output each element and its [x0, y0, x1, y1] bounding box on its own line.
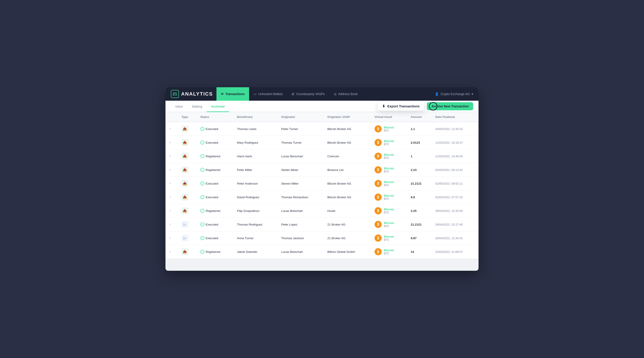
asset-name[interactable]: Bitcoin [384, 126, 394, 129]
expand-icon[interactable]: + [169, 127, 171, 131]
originator-vasp-cell: Huobi [324, 204, 371, 218]
app-container: 21 ANALYTICS ⟳ Transactions ▭ Unhosted W… [166, 87, 478, 271]
table-row[interactable]: + 📥 ✓ Executed David Rodriguez Thomas Ri… [166, 190, 478, 204]
type-icon: 📥 [182, 153, 188, 160]
user-icon: 👤 [435, 92, 439, 96]
export-button[interactable]: ⬇ Export Transactions [378, 102, 424, 111]
type-icon: 📥 [182, 126, 188, 132]
table-row[interactable]: + 📥 + Registered Harm Aarts Lucas Bersch… [166, 149, 478, 163]
status-dot: + [200, 209, 204, 213]
originator-cell: Thomas Jackson [278, 231, 324, 245]
type-icon: 📥 [182, 166, 188, 173]
table-row[interactable]: + 📥 ✓ Executed Thomas Lewis Peter Turner… [166, 122, 478, 136]
asset-ticker: BTC [384, 184, 394, 187]
asset-name[interactable]: Bitcoin [384, 221, 394, 225]
nav-item-unhosted-wallets[interactable]: ▭ Unhosted Wallets [249, 87, 287, 101]
table-row[interactable]: + ▷ ✓ Executed Anna Turner Thomas Jackso… [166, 231, 478, 245]
expand-icon[interactable]: + [169, 181, 171, 185]
asset-ticker: BTC [384, 156, 394, 160]
asset-name[interactable]: Bitcoin [384, 139, 394, 143]
btc-icon: ₿ [374, 180, 382, 187]
type-cell: 📥 [178, 204, 197, 218]
date-cell: 28/04/2022, 11:34:41 [432, 231, 478, 245]
originator-vasp-cell: Coincoin [324, 149, 371, 163]
expand-icon[interactable]: + [169, 250, 171, 253]
asset-ticker: BTC [384, 197, 394, 200]
table-row[interactable]: + 📥 + Registered Filip Gospodinov Lucas … [166, 204, 478, 218]
type-icon: ▷ [182, 221, 188, 228]
expand-icon[interactable]: + [169, 209, 171, 213]
user-menu[interactable]: 👤 Crypto Exchange AG ▾ [435, 92, 473, 96]
expand-icon[interactable]: + [169, 236, 171, 240]
amount-cell: 21.2121 [407, 177, 432, 190]
archive-new-transaction-button[interactable]: Archive New Transaction [427, 102, 473, 110]
nav-label-address-book: Address Book [338, 92, 358, 96]
originator-vasp-cell: Bitcoin Broker AG [324, 190, 371, 204]
expand-icon[interactable]: + [169, 195, 171, 199]
btc-icon: ₿ [374, 166, 382, 173]
beneficiary-cell: Thomas Lewis [234, 122, 278, 136]
originator-vasp-cell: Bitcoin Broker AG [324, 122, 371, 136]
expand-cell: + [166, 122, 178, 136]
col-virtual-asset: Virtual Asset [371, 112, 407, 122]
status-badge: ✓ Executed [200, 141, 230, 145]
nav-item-address-book[interactable]: ◎ Address Book [330, 87, 362, 101]
table-row[interactable]: + ▷ ✓ Executed Thomas Rodriguez Peter Lo… [166, 218, 478, 231]
expand-icon[interactable]: + [169, 168, 171, 172]
originator-vasp-cell: 21 Broker AG [324, 218, 371, 231]
asset-details: Bitcoin BTC [384, 221, 394, 228]
type-cell: 📥 [178, 149, 197, 163]
asset-name[interactable]: Bitcoin [384, 235, 394, 238]
export-icon: ⬇ [382, 104, 385, 108]
nav-label-transactions: Transactions [226, 92, 245, 96]
status-dot: + [200, 168, 204, 172]
type-cell: 📥 [178, 190, 197, 204]
type-cell: ▷ [178, 231, 197, 245]
status-dot: ✓ [200, 127, 204, 131]
table-body: + 📥 ✓ Executed Thomas Lewis Peter Turner… [166, 122, 478, 259]
nav-item-counterparty-vasps[interactable]: ⊞ Counterparty VASPs [287, 87, 329, 101]
counterparty-vasps-icon: ⊞ [292, 92, 294, 96]
amount-cell: 2.0123 [407, 136, 432, 149]
beneficiary-cell: David Rodriguez [234, 190, 278, 204]
tab-waiting[interactable]: Waiting [188, 101, 206, 112]
asset-name[interactable]: Bitcoin [384, 167, 394, 170]
table-row[interactable]: + 📥 ✓ Executed Mary Rodriguez Thomas Tur… [166, 136, 478, 149]
table-row[interactable]: + 📥 ✓ Executed Peter Anderson Steven Mil… [166, 177, 478, 190]
originator-cell: Peter Turner [278, 122, 324, 136]
nav-label-counterparty-vasps: Counterparty VASPs [296, 92, 325, 96]
status-badge: + Registered [200, 250, 230, 254]
type-cell: 📥 [178, 177, 197, 190]
status-cell: + Registered [197, 163, 234, 177]
status-label: Registered [206, 250, 220, 253]
col-originator-vasp: Originator VASP [324, 112, 371, 122]
expand-icon[interactable]: + [169, 141, 171, 144]
asset-name[interactable]: Bitcoin [384, 194, 394, 197]
asset-details: Bitcoin BTC [384, 194, 394, 200]
asset-name[interactable]: Bitcoin [384, 249, 394, 252]
type-icon: ▷ [182, 235, 188, 241]
asset-name[interactable]: Bitcoin [384, 208, 394, 211]
beneficiary-cell: Harm Aarts [234, 149, 278, 163]
asset-cell: ₿ Bitcoin BTC [371, 163, 407, 177]
asset-info: ₿ Bitcoin BTC [374, 153, 404, 160]
asset-name[interactable]: Bitcoin [384, 180, 394, 184]
top-nav: 21 ANALYTICS ⟳ Transactions ▭ Unhosted W… [166, 87, 478, 101]
table-row[interactable]: + 📥 + Registered Jakob Gwerder Lucas Bet… [166, 245, 478, 259]
asset-details: Bitcoin BTC [384, 208, 394, 214]
btc-icon: ₿ [374, 194, 382, 201]
expand-icon[interactable]: + [169, 222, 171, 226]
user-label: Crypto Exchange AG [440, 92, 470, 96]
beneficiary-cell: Anna Turner [234, 231, 278, 245]
transactions-table: Type Status Beneficiary Originator Origi… [166, 112, 478, 259]
beneficiary-cell: Thomas Rodriguez [234, 218, 278, 231]
expand-icon[interactable]: + [169, 154, 171, 158]
tab-archived[interactable]: Archived [206, 101, 229, 112]
nav-item-transactions[interactable]: ⟳ Transactions [216, 87, 249, 101]
asset-name[interactable]: Bitcoin [384, 153, 394, 156]
col-beneficiary: Beneficiary [234, 112, 278, 122]
originator-vasp-cell: 21 Broker AG [324, 231, 371, 245]
table-row[interactable]: + 📥 + Registered Peter Miller Stefan Mei… [166, 163, 478, 177]
status-cell: + Registered [197, 204, 234, 218]
tab-inbox[interactable]: Inbox [171, 101, 188, 112]
